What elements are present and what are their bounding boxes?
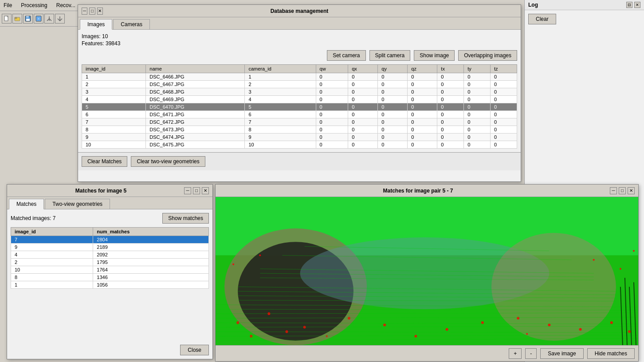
matches-content: Matched images: 7 Show matches image_id … <box>7 209 212 292</box>
tab-cameras[interactable]: Cameras <box>113 19 150 29</box>
split-camera-button[interactable]: Split camera <box>369 50 411 61</box>
matches-close-button[interactable]: Close <box>180 345 209 355</box>
clear-matches-button[interactable]: Clear Matches <box>82 156 127 167</box>
pair-title: Matches for image pair 5 - 7 <box>226 188 610 194</box>
matches-tab-matches[interactable]: Matches <box>9 199 44 209</box>
log-close-icon[interactable]: ✕ <box>634 2 640 8</box>
matches-table-header: image_id num_matches <box>11 228 209 236</box>
col-tx: tx <box>437 65 464 73</box>
hide-matches-button[interactable]: Hide matches <box>587 348 635 359</box>
table-row[interactable]: 7DSC_6472.JPG70000000 <box>82 118 517 126</box>
pair-bottom-toolbar: + - Save image Hide matches <box>216 345 638 361</box>
tab-images[interactable]: Images <box>80 19 112 30</box>
col-ty: ty <box>464 65 491 73</box>
table-row[interactable]: 4DSC_6469.JPG40000000 <box>82 96 517 103</box>
matches5-title: Matches for image 5 <box>18 188 184 194</box>
list-item[interactable]: 72804 <box>11 236 209 244</box>
toolbar-save[interactable] <box>23 14 33 24</box>
toolbar-save-as[interactable]: + <box>34 14 43 24</box>
db-window-minimize[interactable]: ─ <box>82 8 87 15</box>
pair-image-view <box>216 197 638 345</box>
svg-point-36 <box>633 250 635 252</box>
db-action-buttons: Set camera Split camera Show image Overl… <box>82 50 517 61</box>
table-row[interactable]: 3DSC_6468.JPG30000000 <box>82 88 517 96</box>
svg-point-24 <box>414 335 417 338</box>
svg-point-35 <box>620 268 621 270</box>
menubar: File Processing Recov... <box>0 0 78 11</box>
svg-point-38 <box>526 333 528 335</box>
matches-bottom-area: Close <box>180 345 209 355</box>
matches-col-image-id: image_id <box>11 228 93 236</box>
table-row[interactable]: 5DSC_6470.JPG50000000 <box>82 103 517 111</box>
table-row[interactable]: 6DSC_6471.JPG60000000 <box>82 111 517 118</box>
table-row[interactable]: 10DSC_6475.JPG100000000 <box>82 141 517 149</box>
table-row[interactable]: 1DSC_6466.JPG10000000 <box>82 73 517 81</box>
log-undock-icon[interactable]: ⊟ <box>626 2 632 8</box>
show-image-button[interactable]: Show image <box>414 50 455 61</box>
list-item[interactable]: 11056 <box>11 281 209 289</box>
svg-point-37 <box>326 335 328 337</box>
set-camera-button[interactable]: Set camera <box>327 50 365 61</box>
matches5-minimize[interactable]: ─ <box>184 187 191 194</box>
table-row[interactable]: 2DSC_6467.JPG20000000 <box>82 81 517 88</box>
db-info: Images: 10 Features: 39843 <box>82 33 517 47</box>
svg-point-25 <box>446 328 448 331</box>
db-bottom-buttons: Clear Matches Clear two-view geometries <box>78 152 521 170</box>
svg-text:+: + <box>38 17 39 20</box>
matches5-close[interactable]: ✕ <box>202 187 209 194</box>
save-image-button[interactable]: Save image <box>540 348 583 359</box>
pair-maximize[interactable]: □ <box>619 187 626 194</box>
svg-rect-2 <box>15 17 17 19</box>
list-item[interactable]: 101764 <box>11 266 209 274</box>
menu-processing[interactable]: Processing <box>19 1 49 9</box>
matches-tab-bar: Matches Two-view geometries <box>7 197 212 209</box>
matches-col-num-matches: num_matches <box>93 228 209 236</box>
db-table-container: image_id name camera_id qw qx qy qz tx t… <box>82 64 517 149</box>
matches-header-row: Matched images: 7 Show matches <box>11 213 209 224</box>
clear-two-view-button[interactable]: Clear two-view geometries <box>131 156 205 167</box>
col-tz: tz <box>491 65 517 73</box>
list-item[interactable]: 21795 <box>11 259 209 266</box>
matches-tab-two-view[interactable]: Two-view geometries <box>45 199 110 209</box>
pair-minimize[interactable]: ─ <box>610 187 617 194</box>
toolbar-open[interactable] <box>12 14 22 24</box>
toolbar-new[interactable] <box>2 14 12 24</box>
svg-point-28 <box>548 323 550 326</box>
menu-file[interactable]: File <box>2 1 14 9</box>
zoom-out-button[interactable]: - <box>525 348 537 359</box>
list-item[interactable]: 42092 <box>11 251 209 259</box>
svg-point-29 <box>579 328 582 331</box>
image-pair-window: Matches for image pair 5 - 7 ─ □ ✕ <box>215 184 639 362</box>
log-clear-button[interactable]: Clear <box>528 14 556 24</box>
col-qz: qz <box>408 65 437 73</box>
match-visualization <box>216 197 638 345</box>
db-window-close[interactable]: ✕ <box>97 8 103 15</box>
matches-for-image-5-window: Matches for image 5 ─ □ ✕ Matches Two-vi… <box>7 184 213 359</box>
db-window-maximize[interactable]: □ <box>89 8 95 15</box>
toolbar-import[interactable] <box>44 14 54 24</box>
matches5-maximize[interactable]: □ <box>193 187 200 194</box>
svg-point-16 <box>491 233 616 341</box>
menu-recov[interactable]: Recov... <box>55 1 77 9</box>
log-title: Log <box>528 2 538 8</box>
svg-point-21 <box>285 331 288 333</box>
main-toolbar: + <box>0 11 78 27</box>
overlapping-images-button[interactable]: Overlapping images <box>458 50 517 61</box>
col-qw: qw <box>316 65 348 73</box>
table-row[interactable]: 9DSC_6474.JPG90000000 <box>82 134 517 141</box>
col-name: name <box>146 65 245 73</box>
db-images-count: Images: 10 <box>82 33 517 39</box>
svg-point-22 <box>348 317 350 319</box>
db-window-titlebar: ─ □ ✕ Database management <box>78 5 521 17</box>
toolbar-export[interactable] <box>55 14 65 24</box>
col-qx: qx <box>348 65 378 73</box>
col-image-id: image_id <box>82 65 146 73</box>
pair-close[interactable]: ✕ <box>628 187 635 194</box>
svg-point-27 <box>517 317 519 319</box>
zoom-in-button[interactable]: + <box>509 348 522 359</box>
table-row[interactable]: 8DSC_6473.JPG80000000 <box>82 126 517 134</box>
svg-point-23 <box>383 323 386 326</box>
list-item[interactable]: 81346 <box>11 274 209 281</box>
list-item[interactable]: 92189 <box>11 244 209 251</box>
show-matches-button[interactable]: Show matches <box>162 213 209 224</box>
